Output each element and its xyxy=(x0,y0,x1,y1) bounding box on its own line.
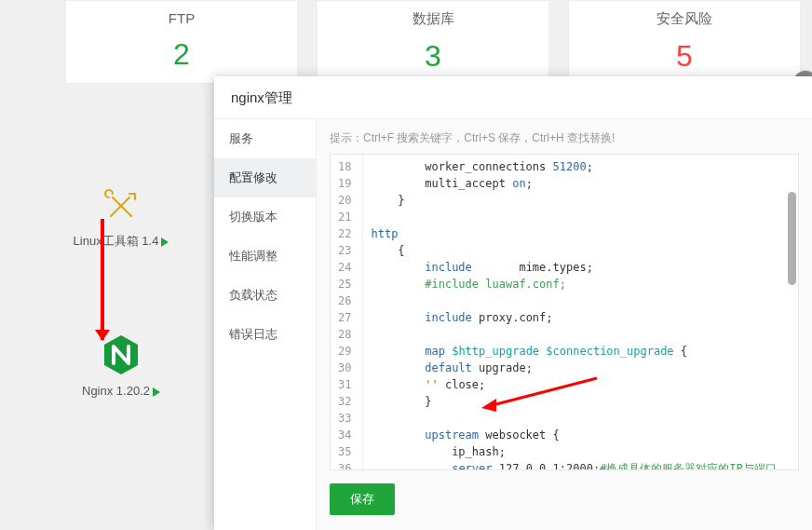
modal-body: 服务配置修改切换版本性能调整负载状态错误日志 提示：Ctrl+F 搜索关键字，C… xyxy=(214,119,812,530)
side-tab-2[interactable]: 切换版本 xyxy=(214,197,316,237)
left-tools-panel: Linux工具箱 1.4 Nginx 1.20.2 xyxy=(37,186,205,398)
code-line[interactable]: map $http_upgrade $connection_upgrade { xyxy=(371,343,791,360)
nginx-label: Nginx 1.20.2 xyxy=(82,384,160,398)
save-button[interactable]: 保存 xyxy=(330,483,395,515)
nginx-item[interactable]: Nginx 1.20.2 xyxy=(37,333,205,398)
code-line[interactable]: include proxy.conf; xyxy=(371,309,791,326)
stat-value: 5 xyxy=(569,39,800,74)
stat-value: 3 xyxy=(318,39,548,74)
editor-code[interactable]: worker_connections 51200; multi_accept o… xyxy=(363,155,798,469)
code-line[interactable]: ip_hash; xyxy=(371,443,791,460)
stat-label: 安全风险 xyxy=(569,10,800,28)
save-row: 保存 xyxy=(330,470,799,530)
code-line[interactable]: include mime.types; xyxy=(371,259,791,276)
play-icon xyxy=(153,387,160,397)
code-line[interactable]: { xyxy=(371,242,791,259)
stats-row: FTP 2 数据库 3 安全风险 5 xyxy=(0,0,812,84)
toolbox-label: Linux工具箱 1.4 xyxy=(74,233,169,250)
code-line[interactable]: } xyxy=(371,192,791,209)
side-tab-5[interactable]: 错误日志 xyxy=(214,315,316,354)
annotation-arrow-down xyxy=(101,219,104,340)
stat-card-db[interactable]: 数据库 3 xyxy=(317,0,549,84)
stat-label: FTP xyxy=(66,10,297,26)
code-line[interactable] xyxy=(371,209,791,225)
scrollbar-thumb[interactable] xyxy=(788,192,796,285)
play-icon xyxy=(161,238,169,247)
side-tab-0[interactable]: 服务 xyxy=(214,119,316,158)
modal-title: nginx管理 xyxy=(214,76,812,119)
code-line[interactable]: } xyxy=(371,393,791,410)
nginx-modal: nginx管理 服务配置修改切换版本性能调整负载状态错误日志 提示：Ctrl+F… xyxy=(214,76,812,530)
side-tab-4[interactable]: 负载状态 xyxy=(214,276,316,315)
stat-value: 2 xyxy=(66,37,297,72)
stat-label: 数据库 xyxy=(318,10,548,28)
toolbox-item[interactable]: Linux工具箱 1.4 xyxy=(37,186,205,250)
code-line[interactable] xyxy=(371,410,791,427)
code-editor[interactable]: 18192021222324252627282930313233343536 w… xyxy=(330,154,799,470)
code-line[interactable]: '' close; xyxy=(371,376,791,393)
stat-card-security[interactable]: 安全风险 5 xyxy=(568,0,801,84)
code-line[interactable]: upstream websocket { xyxy=(371,427,791,443)
hint-text: 提示：Ctrl+F 搜索关键字，Ctrl+S 保存，Ctrl+H 查找替换! xyxy=(330,130,799,146)
code-line[interactable]: server 127.0.0.1:2000;#换成具体的服务器对应的IP与端口 xyxy=(371,460,791,469)
side-tab-1[interactable]: 配置修改 xyxy=(214,158,316,197)
main-pane: 提示：Ctrl+F 搜索关键字，Ctrl+S 保存，Ctrl+H 查找替换! 1… xyxy=(317,119,812,530)
side-tabs: 服务配置修改切换版本性能调整负载状态错误日志 xyxy=(214,119,317,530)
editor-gutter: 18192021222324252627282930313233343536 xyxy=(331,155,363,469)
code-line[interactable]: #include luawaf.conf; xyxy=(371,276,791,292)
code-line[interactable] xyxy=(371,326,791,343)
code-line[interactable]: worker_connections 51200; xyxy=(371,158,791,175)
stat-card-ftp[interactable]: FTP 2 xyxy=(65,0,298,84)
code-line[interactable]: multi_accept on; xyxy=(371,175,791,192)
code-line[interactable]: http xyxy=(371,225,791,242)
code-line[interactable]: default upgrade; xyxy=(371,360,791,376)
side-tab-3[interactable]: 性能调整 xyxy=(214,237,316,276)
tools-icon xyxy=(102,186,141,225)
code-line[interactable] xyxy=(371,292,791,309)
